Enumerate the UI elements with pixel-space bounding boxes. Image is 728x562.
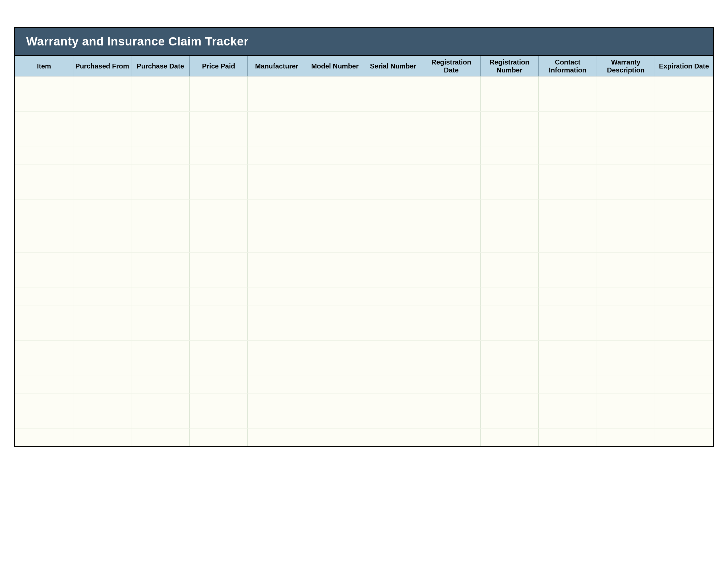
table-cell	[73, 288, 131, 305]
table-cell	[131, 182, 190, 200]
table-row	[15, 376, 713, 393]
table-cell	[131, 253, 190, 270]
table-cell	[73, 429, 131, 446]
column-header: Contact Information	[539, 56, 597, 76]
table-cell	[306, 217, 364, 235]
table-cell	[364, 358, 422, 376]
table-cell	[364, 323, 422, 341]
table-cell	[15, 182, 73, 200]
table-cell	[131, 165, 190, 182]
table-cell	[131, 358, 190, 376]
table-cell	[422, 182, 481, 200]
column-header: Model Number	[306, 56, 364, 76]
table-cell	[539, 393, 597, 411]
column-header: Warranty Description	[597, 56, 655, 76]
table-cell	[15, 200, 73, 217]
table-cell	[422, 323, 481, 341]
table-cell	[306, 270, 364, 288]
table-cell	[131, 200, 190, 217]
table-cell	[73, 147, 131, 165]
table-cell	[15, 253, 73, 270]
table-cell	[189, 288, 248, 305]
table-cell	[422, 376, 481, 393]
column-header: Registration Date	[422, 56, 481, 76]
table-cell	[597, 217, 655, 235]
table-row	[15, 393, 713, 411]
table-cell	[539, 182, 597, 200]
table-row	[15, 182, 713, 200]
table-cell	[73, 253, 131, 270]
table-cell	[539, 112, 597, 129]
table-row	[15, 323, 713, 341]
table-cell	[15, 305, 73, 323]
table-cell	[539, 129, 597, 147]
table-cell	[73, 182, 131, 200]
table-cell	[422, 341, 481, 358]
table-cell	[73, 94, 131, 112]
table-cell	[480, 147, 539, 165]
table-cell	[480, 429, 539, 446]
table-cell	[248, 217, 306, 235]
table-cell	[364, 376, 422, 393]
table-cell	[480, 182, 539, 200]
table-cell	[422, 165, 481, 182]
table-cell	[539, 305, 597, 323]
table-cell	[480, 376, 539, 393]
table-cell	[422, 411, 481, 429]
table-cell	[15, 235, 73, 253]
table-cell	[306, 358, 364, 376]
table-cell	[480, 76, 539, 94]
table-cell	[655, 94, 713, 112]
table-cell	[422, 305, 481, 323]
table-cell	[480, 235, 539, 253]
table-cell	[422, 147, 481, 165]
table-cell	[248, 429, 306, 446]
table-cell	[73, 393, 131, 411]
table-cell	[248, 147, 306, 165]
table-cell	[73, 235, 131, 253]
table-cell	[15, 112, 73, 129]
table-cell	[248, 76, 306, 94]
table-cell	[306, 94, 364, 112]
table-row	[15, 429, 713, 446]
table-cell	[131, 129, 190, 147]
table-cell	[131, 323, 190, 341]
table-cell	[364, 129, 422, 147]
table-cell	[422, 112, 481, 129]
table-row	[15, 253, 713, 270]
table-cell	[364, 393, 422, 411]
table-cell	[422, 94, 481, 112]
table-cell	[131, 76, 190, 94]
column-header: Price Paid	[189, 56, 248, 76]
table-cell	[73, 323, 131, 341]
table-cell	[364, 429, 422, 446]
table-row	[15, 112, 713, 129]
table-cell	[131, 217, 190, 235]
table-cell	[539, 217, 597, 235]
column-header: Manufacturer	[248, 56, 306, 76]
table-cell	[306, 341, 364, 358]
table-cell	[15, 341, 73, 358]
table-cell	[655, 358, 713, 376]
table-row	[15, 270, 713, 288]
table-cell	[248, 270, 306, 288]
table-cell	[597, 305, 655, 323]
table-cell	[189, 376, 248, 393]
table-cell	[480, 165, 539, 182]
table-cell	[73, 165, 131, 182]
table-cell	[597, 323, 655, 341]
table-cell	[248, 235, 306, 253]
table-cell	[422, 270, 481, 288]
table-cell	[655, 429, 713, 446]
table-cell	[364, 165, 422, 182]
table-cell	[248, 393, 306, 411]
table-cell	[539, 411, 597, 429]
table-cell	[597, 288, 655, 305]
table-cell	[306, 182, 364, 200]
table-cell	[189, 429, 248, 446]
table-cell	[306, 288, 364, 305]
table-cell	[539, 270, 597, 288]
table-cell	[15, 129, 73, 147]
table-cell	[131, 305, 190, 323]
table-cell	[15, 358, 73, 376]
